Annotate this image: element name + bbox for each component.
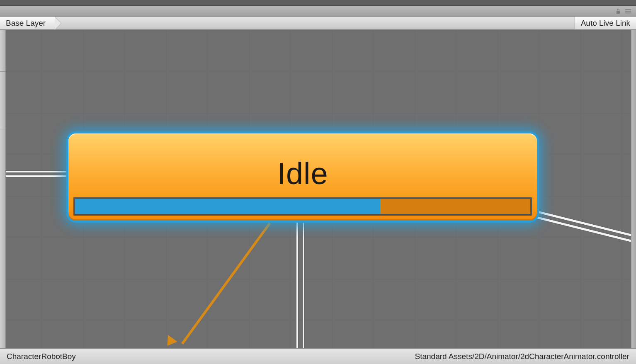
layer-breadcrumb[interactable]: Base Layer: [0, 17, 55, 29]
auto-live-link-label: Auto Live Link: [581, 19, 630, 28]
panel-options-row: [0, 6, 636, 17]
state-progress-track: [73, 197, 532, 216]
transition-line[interactable]: [6, 171, 68, 172]
right-scrollbar[interactable]: [631, 30, 636, 348]
status-bar: CharacterRobotBoy Standard Assets/2D/Ani…: [0, 348, 636, 364]
transition-line[interactable]: [296, 221, 298, 348]
animator-canvas[interactable]: Idle: [0, 30, 636, 348]
list-menu-icon[interactable]: [625, 8, 631, 14]
state-node-label: Idle: [277, 156, 328, 191]
window-top-strip: [0, 0, 636, 6]
auto-live-link-button[interactable]: Auto Live Link: [575, 17, 636, 29]
left-panel-gutter[interactable]: [0, 30, 6, 348]
state-node-idle[interactable]: Idle: [68, 133, 537, 221]
state-progress-fill: [75, 199, 380, 214]
transition-line[interactable]: [6, 175, 68, 177]
transition-line[interactable]: [303, 221, 304, 348]
animator-toolbar: Base Layer Auto Live Link: [0, 17, 636, 30]
svg-rect-1: [625, 11, 631, 12]
svg-rect-0: [625, 9, 631, 10]
breadcrumb-label: Base Layer: [6, 19, 46, 28]
status-object-name: CharacterRobotBoy: [7, 352, 76, 361]
status-asset-path: Standard Assets/2D/Animator/2dCharacterA…: [415, 352, 629, 361]
lock-icon[interactable]: [615, 8, 621, 14]
svg-rect-2: [625, 13, 631, 14]
